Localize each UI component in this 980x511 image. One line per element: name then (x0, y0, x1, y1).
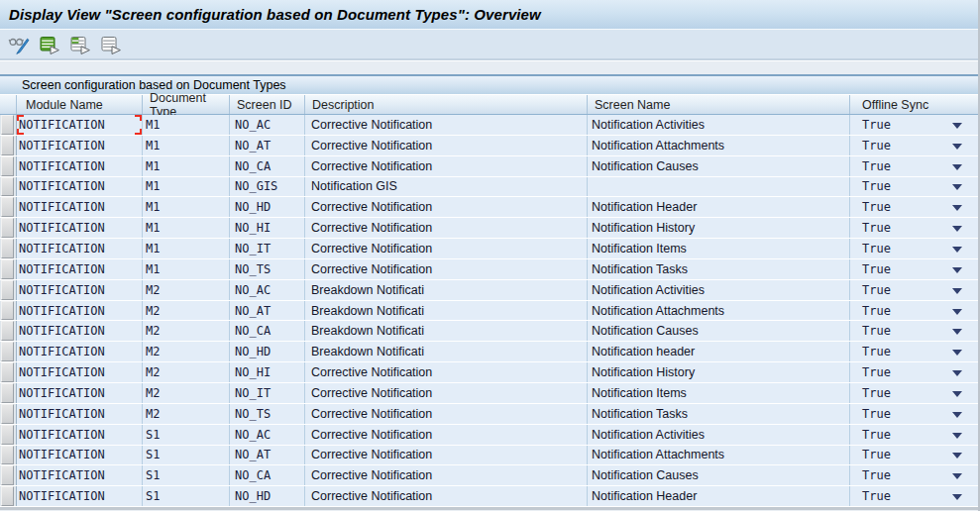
cell-module-name[interactable]: NOTIFICATION (17, 321, 143, 341)
cell-document-type[interactable]: M1 (143, 115, 230, 135)
cell-document-type[interactable]: S1 (143, 425, 230, 445)
deselect-all-icon[interactable] (100, 35, 122, 56)
cell-screen-id[interactable]: NO_HI (230, 218, 305, 238)
column-header-module-name[interactable]: Module Name (17, 95, 143, 114)
cell-screen-id[interactable]: NO_GIS (230, 177, 305, 197)
cell-screen-name[interactable] (588, 177, 850, 197)
cell-document-type[interactable]: M1 (143, 156, 230, 176)
row-selector-button[interactable] (1, 115, 14, 135)
cell-screen-name[interactable]: Notification Tasks (588, 259, 850, 279)
cell-module-name[interactable]: NOTIFICATION (17, 404, 143, 424)
cell-document-type[interactable]: M1 (143, 177, 230, 197)
row-selector-button[interactable] (1, 280, 14, 300)
cell-document-type[interactable]: S1 (143, 486, 230, 506)
cell-description[interactable]: Corrective Notification (305, 425, 588, 445)
cell-document-type[interactable]: M2 (143, 342, 230, 361)
cell-screen-name[interactable]: Notification Activities (588, 280, 850, 300)
cell-offline-sync[interactable]: True (850, 425, 978, 445)
cell-screen-id[interactable]: NO_AC (230, 115, 305, 135)
cell-description[interactable]: Breakdown Notificati (305, 301, 588, 321)
cell-screen-id[interactable]: NO_AT (230, 446, 305, 465)
cell-module-name[interactable]: NOTIFICATION (17, 156, 143, 176)
cell-description[interactable]: Breakdown Notificati (305, 280, 588, 300)
row-selector-button[interactable] (1, 239, 14, 258)
row-selector[interactable] (0, 301, 17, 321)
cell-screen-name[interactable]: Notification Causes (588, 465, 850, 485)
column-header-document-type[interactable]: Document Type (143, 95, 230, 114)
cell-offline-sync[interactable]: True (850, 362, 978, 382)
cell-screen-id[interactable]: NO_CA (230, 156, 305, 176)
row-selector-button[interactable] (1, 197, 14, 217)
cell-description[interactable]: Corrective Notification (305, 486, 588, 506)
row-selector-button[interactable] (1, 486, 14, 506)
cell-document-type[interactable]: S1 (143, 446, 230, 465)
chevron-down-icon[interactable] (952, 309, 962, 315)
row-selector[interactable] (0, 156, 17, 176)
row-selector[interactable] (0, 197, 17, 217)
chevron-down-icon[interactable] (952, 288, 962, 294)
cell-document-type[interactable]: M1 (143, 197, 230, 217)
chevron-down-icon[interactable] (952, 247, 962, 253)
cell-offline-sync[interactable]: True (850, 115, 978, 135)
chevron-down-icon[interactable] (952, 144, 962, 150)
chevron-down-icon[interactable] (952, 494, 962, 500)
cell-screen-id[interactable]: NO_HD (230, 486, 305, 506)
cell-description[interactable]: Corrective Notification (305, 383, 588, 403)
cell-description[interactable]: Corrective Notification (305, 362, 588, 382)
row-selector[interactable] (0, 280, 17, 300)
cell-screen-name[interactable]: Notification Header (588, 486, 850, 506)
cell-screen-id[interactable]: NO_HI (230, 362, 305, 382)
cell-screen-name[interactable]: Notification History (588, 218, 850, 238)
select-all-icon[interactable] (39, 35, 60, 56)
row-selector-button[interactable] (1, 425, 14, 445)
chevron-down-icon[interactable] (952, 329, 962, 335)
cell-description[interactable]: Breakdown Notificati (305, 321, 588, 341)
cell-description[interactable]: Notification GIS (305, 177, 588, 197)
chevron-down-icon[interactable] (952, 184, 962, 190)
row-selector-button[interactable] (1, 321, 14, 341)
cell-screen-id[interactable]: NO_HD (230, 342, 305, 361)
row-selector-button[interactable] (1, 136, 14, 155)
chevron-down-icon[interactable] (952, 226, 962, 232)
cell-screen-name[interactable]: Notification Items (588, 239, 850, 258)
cell-description[interactable]: Corrective Notification (305, 136, 588, 155)
row-selector-button[interactable] (1, 177, 14, 197)
chevron-down-icon[interactable] (952, 473, 962, 479)
cell-screen-name[interactable]: Notification Attachments (588, 446, 850, 465)
row-selector[interactable] (0, 342, 17, 361)
cell-offline-sync[interactable]: True (850, 197, 978, 217)
chevron-down-icon[interactable] (952, 412, 962, 418)
row-selector-button[interactable] (1, 259, 14, 279)
cell-screen-name[interactable]: Notification header (588, 342, 850, 361)
chevron-down-icon[interactable] (952, 164, 962, 170)
cell-screen-name[interactable]: Notification Causes (588, 156, 850, 176)
cell-document-type[interactable]: M2 (143, 301, 230, 321)
cell-offline-sync[interactable]: True (850, 446, 978, 465)
cell-screen-id[interactable]: NO_AT (230, 301, 305, 321)
column-header-screen-id[interactable]: Screen ID (230, 95, 305, 114)
row-selector-button[interactable] (1, 301, 14, 321)
cell-description[interactable]: Corrective Notification (305, 197, 588, 217)
cell-screen-name[interactable]: Notification Attachments (588, 301, 850, 321)
chevron-down-icon[interactable] (952, 453, 962, 459)
cell-screen-id[interactable]: NO_CA (230, 321, 305, 341)
cell-document-type[interactable]: M2 (143, 404, 230, 424)
cell-offline-sync[interactable]: True (850, 301, 978, 321)
cell-module-name[interactable]: NOTIFICATION (17, 425, 143, 445)
cell-screen-id[interactable]: NO_IT (230, 239, 305, 258)
chevron-down-icon[interactable] (952, 391, 962, 397)
cell-module-name[interactable]: NOTIFICATION (17, 259, 143, 279)
cell-document-type[interactable]: M1 (143, 239, 230, 258)
cell-offline-sync[interactable]: True (850, 383, 978, 403)
cell-offline-sync[interactable]: True (850, 465, 978, 485)
cell-module-name[interactable]: NOTIFICATION (17, 465, 143, 485)
cell-module-name[interactable]: NOTIFICATION (17, 136, 143, 155)
cell-description[interactable]: Breakdown Notificati (305, 342, 588, 361)
cell-offline-sync[interactable]: True (850, 321, 978, 341)
cell-document-type[interactable]: M1 (143, 259, 230, 279)
cell-offline-sync[interactable]: True (850, 404, 978, 424)
cell-offline-sync[interactable]: True (850, 259, 978, 279)
cell-document-type[interactable]: M2 (143, 280, 230, 300)
cell-description[interactable]: Corrective Notification (305, 259, 588, 279)
select-all-header[interactable] (0, 95, 17, 114)
